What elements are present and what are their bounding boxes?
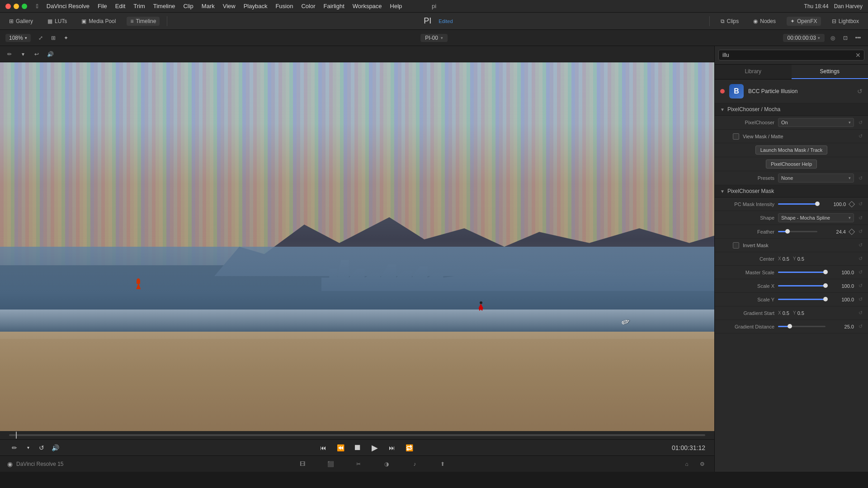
app-name[interactable]: DaVinci Resolve	[47, 3, 90, 9]
gradient-distance-reset[interactable]: ↺	[859, 324, 863, 329]
settings-status-icon[interactable]: ⚙	[697, 459, 707, 469]
close-button[interactable]	[5, 4, 11, 9]
timecode-display[interactable]: 00:00:00:03 ▾	[783, 34, 825, 42]
feather-keyframe[interactable]	[849, 228, 855, 235]
minimize-button[interactable]	[14, 4, 19, 9]
presets-reset-button[interactable]: ↺	[859, 175, 863, 181]
invert-mask-reset[interactable]: ↺	[859, 242, 863, 248]
lightbox-button[interactable]: ⊟ Lightbox	[828, 17, 863, 26]
fullscreen-button[interactable]	[22, 4, 27, 9]
timeline-track[interactable]	[9, 434, 705, 436]
tab-settings[interactable]: Settings	[792, 65, 868, 79]
gradient-start-x-value[interactable]: 0.5	[783, 310, 789, 316]
audio-icon[interactable]: 🔊	[45, 49, 55, 59]
menu-color[interactable]: Color	[301, 3, 315, 9]
skip-to-end-button[interactable]: ⏭	[387, 442, 397, 453]
search-input[interactable]	[718, 50, 864, 61]
menu-fusion[interactable]: Fusion	[275, 3, 293, 9]
clips-button[interactable]: ⧉ Clips	[717, 17, 743, 26]
media-icon[interactable]: 🎞	[297, 459, 307, 469]
menu-fairlight[interactable]: Fairlight	[324, 3, 344, 9]
apple-menu[interactable]: 	[36, 3, 38, 9]
pc-mask-intensity-reset[interactable]: ↺	[859, 201, 863, 207]
pixelchooser-help-param-row: PixelChooser Help	[715, 157, 868, 171]
stop-button[interactable]: ⏹	[352, 442, 363, 453]
sparkle-icon[interactable]: ✦	[61, 33, 71, 42]
loop-button[interactable]: 🔁	[404, 442, 415, 453]
gradient-start-reset[interactable]: ↺	[859, 310, 863, 316]
gallery-button[interactable]: ⊞ Gallery	[5, 17, 37, 26]
pencil-tool-icon[interactable]: ✏	[5, 49, 14, 59]
pixelchooser-mask-section-header[interactable]: ▼ PixelChooser Mask	[715, 185, 868, 197]
gradient-distance-slider[interactable]	[778, 326, 826, 327]
tab-library[interactable]: Library	[715, 65, 792, 79]
search-clear-button[interactable]: ✕	[855, 52, 861, 59]
clip-icon[interactable]: ⬛	[326, 459, 335, 469]
menu-workspace[interactable]: Workspace	[353, 3, 382, 9]
pc-mask-intensity-keyframe[interactable]	[849, 201, 855, 207]
menu-timeline[interactable]: Timeline	[153, 3, 175, 9]
edit-mode-icon[interactable]: ✏	[9, 442, 20, 453]
pixelchooser-dropdown[interactable]: On ▾	[778, 118, 854, 127]
pixelchooser-section-header[interactable]: ▼ PixelChooser / Mocha	[715, 103, 868, 116]
menu-edit[interactable]: Edit	[115, 3, 125, 9]
center-reset-button[interactable]: ↺	[859, 256, 863, 262]
presets-dropdown[interactable]: None ▾	[778, 174, 854, 183]
view-mask-reset-button[interactable]: ↺	[859, 133, 863, 139]
fit-frame-icon[interactable]: ⊡	[841, 33, 850, 42]
media-pool-button[interactable]: ▣ Media Pool	[78, 17, 119, 26]
menu-trim[interactable]: Trim	[133, 3, 145, 9]
menu-file[interactable]: File	[98, 3, 107, 9]
nodes-button[interactable]: ◉ Nodes	[750, 17, 779, 26]
match-frame-icon[interactable]: ◎	[828, 33, 837, 42]
view-mask-checkbox[interactable]	[733, 133, 739, 140]
center-x-value[interactable]: 0.5	[783, 256, 789, 262]
gradient-start-y-value[interactable]: 0.5	[797, 310, 804, 316]
timeline-button[interactable]: ≡ Timeline	[127, 17, 160, 26]
menu-mark[interactable]: Mark	[202, 3, 215, 9]
history-icon[interactable]: ↺	[36, 442, 47, 453]
tool-options-icon[interactable]: ▾	[23, 442, 33, 453]
color-icon[interactable]: ◑	[382, 459, 392, 469]
zoom-control[interactable]: 108% ▾	[5, 34, 31, 42]
tool-arrow-icon[interactable]: ▾	[18, 49, 28, 59]
timeline-playhead[interactable]	[16, 432, 17, 439]
menu-clip[interactable]: Clip	[183, 3, 193, 9]
viewer-canvas[interactable]: ✏	[0, 62, 714, 431]
feather-reset-button[interactable]: ↺	[859, 229, 863, 235]
play-button[interactable]: ▶	[369, 442, 380, 453]
scale-x-reset[interactable]: ↺	[859, 283, 863, 289]
master-scale-slider[interactable]	[778, 272, 826, 273]
luts-button[interactable]: ▦ LUTs	[44, 17, 71, 26]
menu-playback[interactable]: Playback	[244, 3, 268, 9]
home-icon[interactable]: ⌂	[682, 459, 692, 469]
undo-icon[interactable]: ↩	[32, 49, 42, 59]
clip-id-display[interactable]: PI-00 ▾	[420, 34, 448, 42]
shape-dropdown[interactable]: Shape - Mocha Spline ▾	[778, 213, 854, 222]
center-y-value[interactable]: 0.5	[797, 256, 804, 262]
shape-reset-button[interactable]: ↺	[859, 215, 863, 221]
menu-help[interactable]: Help	[390, 3, 402, 9]
effect-reset-button[interactable]: ↺	[857, 88, 863, 95]
pixelchooser-help-button[interactable]: PixelChooser Help	[766, 160, 817, 169]
more-options-icon[interactable]: •••	[854, 33, 863, 42]
grid-icon[interactable]: ⊞	[49, 33, 58, 42]
menu-view[interactable]: View	[223, 3, 236, 9]
openfx-button[interactable]: ✦ OpenFX	[787, 17, 821, 26]
audio-status-icon[interactable]: ♪	[410, 459, 420, 469]
deliver-icon[interactable]: ⬆	[438, 459, 448, 469]
feather-slider[interactable]	[778, 231, 817, 232]
cut-icon[interactable]: ✂	[354, 459, 363, 469]
pixelchooser-reset-button[interactable]: ↺	[859, 120, 863, 126]
scale-y-slider[interactable]	[778, 299, 826, 300]
launch-mocha-button[interactable]: Launch Mocha Mask / Track	[755, 145, 828, 155]
invert-mask-checkbox[interactable]	[733, 242, 739, 249]
scale-x-slider[interactable]	[778, 285, 826, 286]
master-scale-reset[interactable]: ↺	[859, 269, 863, 275]
skip-to-start-button[interactable]: ⏮	[318, 442, 329, 453]
scale-y-reset[interactable]: ↺	[859, 296, 863, 302]
audio-toggle-icon[interactable]: 🔊	[50, 442, 61, 453]
transform-icon[interactable]: ⤢	[36, 33, 45, 42]
pc-mask-intensity-slider[interactable]	[778, 203, 817, 205]
step-back-button[interactable]: ⏪	[335, 442, 346, 453]
